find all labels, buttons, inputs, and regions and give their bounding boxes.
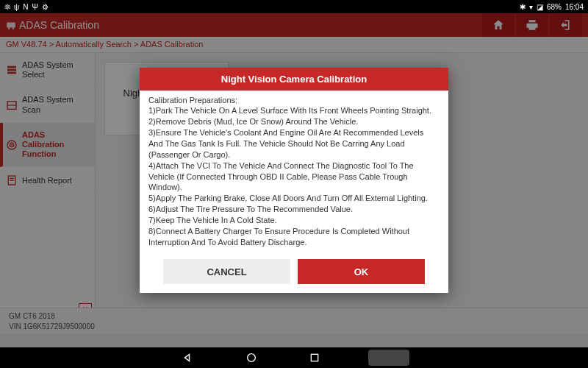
svg-rect-15 — [311, 354, 318, 361]
dialog-title: Night Vision Camera Calibration — [140, 68, 448, 91]
dialog-step-1: 1)Park The Vehicle On A Level Surface Wi… — [148, 105, 440, 116]
dialog-step-8: 8)Connect A Battery Charger To Ensure Pr… — [148, 226, 440, 248]
svg-point-14 — [248, 354, 256, 362]
dialog-step-5: 5)Apply The Parking Brake, Close All Doo… — [148, 193, 440, 204]
dialog-step-2: 2)Remove Debris (Mud, Ice Or Snow) Aroun… — [148, 116, 440, 127]
ok-button[interactable]: OK — [298, 259, 425, 284]
dialog-body-heading: Calibration Preparations: — [148, 95, 440, 106]
nav-recent-button[interactable] — [305, 350, 324, 366]
bluetooth-icon: ✱ — [520, 3, 526, 11]
clock: 16:04 — [565, 3, 584, 11]
android-statusbar: ❊ ψ N Ψ ⚙ ✱ ▾ ◪ 68% 16:04 — [0, 0, 588, 13]
gear-icon: ⚙ — [42, 3, 49, 11]
android-navbar — [0, 347, 588, 368]
dialog-step-3: 3)Ensure The Vehicle's Coolant And Engin… — [148, 127, 440, 160]
battery-icon: ◪ — [537, 3, 543, 11]
cancel-button[interactable]: CANCEL — [163, 259, 290, 284]
phi-icon: ψ — [14, 3, 19, 11]
dialog-body: Calibration Preparations: 1)Park The Veh… — [140, 91, 448, 255]
dialog-step-7: 7)Keep The Vehicle In A Cold State. — [148, 215, 440, 226]
wifi-icon: ▾ — [529, 3, 533, 11]
compass-icon: ❊ — [4, 3, 10, 11]
calibration-dialog: Night Vision Camera Calibration Calibrat… — [140, 68, 448, 294]
nav-screenshot-button[interactable] — [368, 350, 409, 366]
usb-icon: Ψ — [32, 3, 37, 11]
nav-back-button[interactable] — [179, 350, 198, 366]
dialog-step-6: 6)Adjust The Tire Pressure To The Recomm… — [148, 204, 440, 215]
n-icon: N — [23, 3, 28, 11]
dialog-step-4: 4)Attach The VCI To The Vehicle And Conn… — [148, 160, 440, 194]
nav-home-button[interactable] — [242, 350, 261, 366]
modal-overlay: Night Vision Camera Calibration Calibrat… — [0, 13, 588, 347]
battery-percent: 68% — [547, 3, 562, 11]
dialog-button-row: CANCEL OK — [140, 255, 448, 293]
